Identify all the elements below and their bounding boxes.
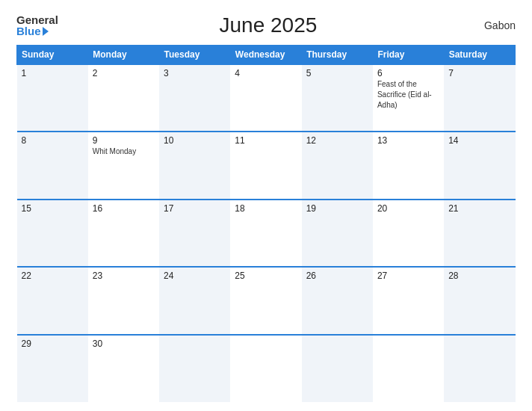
top-bar: General Blue June 2025 Gabon: [16, 13, 516, 37]
day-number: 29: [22, 339, 84, 349]
day-number: 4: [235, 68, 297, 78]
day-number: 8: [22, 135, 84, 146]
calendar-title: June 2025: [58, 13, 478, 37]
day-cell: 5: [302, 64, 373, 132]
day-cell: 28: [444, 267, 515, 334]
day-number: 1: [22, 68, 84, 78]
day-number: 28: [448, 271, 510, 281]
day-number: 23: [93, 271, 155, 281]
day-number: 15: [22, 203, 84, 214]
day-cell: 8: [17, 132, 88, 199]
day-number: 18: [235, 203, 297, 214]
logo-triangle-icon: [43, 27, 49, 36]
day-number: 16: [93, 203, 155, 214]
day-number: 5: [306, 68, 368, 78]
day-cell: 29: [17, 335, 88, 402]
day-cell: 19: [302, 200, 373, 267]
day-cell: 15: [17, 200, 88, 267]
logo: General Blue: [16, 14, 58, 37]
day-cell: 18: [230, 200, 301, 267]
day-cell: 21: [444, 200, 515, 267]
day-number: 20: [377, 203, 439, 214]
day-cell: 6Feast of the Sacrifice (Eid al-Adha): [373, 64, 444, 132]
day-number: 25: [235, 271, 297, 281]
day-number: 3: [164, 68, 226, 78]
day-cell: 27: [373, 267, 444, 334]
day-cell: 16: [88, 200, 159, 267]
day-cell: 23: [88, 267, 159, 334]
day-cell: [302, 335, 373, 402]
day-cell: [444, 335, 515, 402]
day-cell: 11: [230, 132, 301, 199]
header-monday: Monday: [88, 46, 159, 65]
day-cell: 10: [159, 132, 230, 199]
day-number: 7: [448, 68, 510, 78]
day-number: 27: [377, 271, 439, 281]
day-cell: 4: [230, 64, 301, 132]
day-number: 10: [164, 135, 226, 146]
header-thursday: Thursday: [302, 46, 373, 65]
day-cell: 25: [230, 267, 301, 334]
week-row-2: 89Whit Monday1011121314: [17, 132, 516, 199]
day-cell: 3: [159, 64, 230, 132]
day-number: 14: [448, 135, 510, 146]
day-number: 13: [377, 135, 439, 146]
day-number: 17: [164, 203, 226, 214]
calendar-table: Sunday Monday Tuesday Wednesday Thursday…: [16, 45, 516, 402]
header-saturday: Saturday: [444, 46, 515, 65]
logo-general-text: General: [16, 14, 58, 25]
header-tuesday: Tuesday: [159, 46, 230, 65]
week-row-5: 2930: [17, 335, 516, 402]
day-cell: 14: [444, 132, 515, 199]
day-number: 22: [22, 271, 84, 281]
page: General Blue June 2025 Gabon Sunday Mond…: [0, 0, 532, 411]
day-cell: 9Whit Monday: [88, 132, 159, 199]
header-wednesday: Wednesday: [230, 46, 301, 65]
day-number: 21: [448, 203, 510, 214]
day-number: 30: [93, 339, 155, 349]
day-cell: 17: [159, 200, 230, 267]
header-sunday: Sunday: [17, 46, 88, 65]
country-label: Gabon: [478, 19, 516, 31]
day-cell: 1: [17, 64, 88, 132]
day-cell: [230, 335, 301, 402]
day-cell: 2: [88, 64, 159, 132]
day-number: 24: [164, 271, 226, 281]
week-row-3: 15161718192021: [17, 200, 516, 267]
day-number: 2: [93, 68, 155, 78]
event-text: Whit Monday: [93, 147, 136, 155]
day-cell: 20: [373, 200, 444, 267]
week-row-1: 123456Feast of the Sacrifice (Eid al-Adh…: [17, 64, 516, 132]
day-cell: 30: [88, 335, 159, 402]
day-cell: 22: [17, 267, 88, 334]
event-text: Feast of the Sacrifice (Eid al-Adha): [377, 80, 432, 109]
day-cell: 26: [302, 267, 373, 334]
day-number: 9: [93, 135, 155, 146]
day-cell: 13: [373, 132, 444, 199]
day-cell: [159, 335, 230, 402]
day-number: 6: [377, 68, 439, 78]
day-cell: 24: [159, 267, 230, 334]
day-number: 19: [306, 203, 368, 214]
header-friday: Friday: [373, 46, 444, 65]
day-number: 11: [235, 135, 297, 146]
header-row: Sunday Monday Tuesday Wednesday Thursday…: [17, 46, 516, 65]
day-cell: 7: [444, 64, 515, 132]
day-cell: 12: [302, 132, 373, 199]
day-number: 12: [306, 135, 368, 146]
logo-blue-text: Blue: [16, 25, 58, 37]
day-cell: [373, 335, 444, 402]
week-row-4: 22232425262728: [17, 267, 516, 334]
day-number: 26: [306, 271, 368, 281]
